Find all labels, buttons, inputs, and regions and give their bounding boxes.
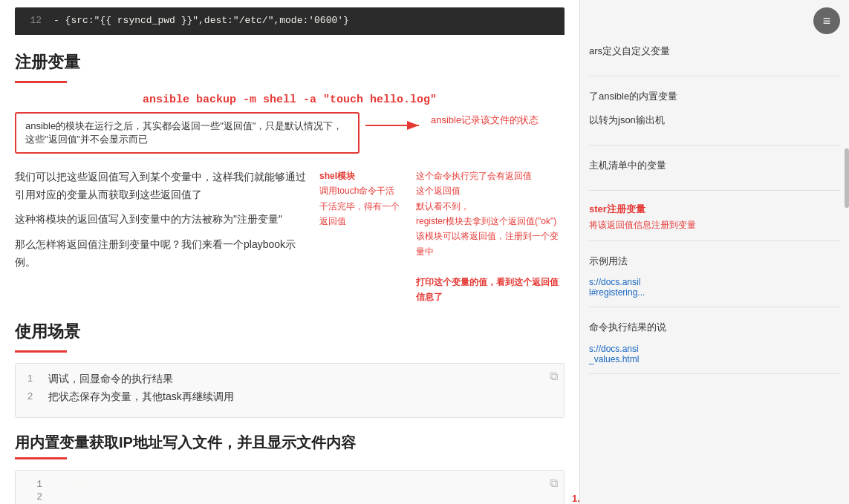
sidebar-section-2: 了ansible的内置变量 以转为json输出机 bbox=[589, 88, 840, 145]
sidebar-text-5: 示例用法 bbox=[589, 253, 840, 269]
shell-annotation-row: 我们可以把这些返回值写入到某个变量中，这样我们就能够通过引用对应的变量从而获取到… bbox=[15, 168, 565, 305]
line-num-1: 1 bbox=[25, 479, 42, 490]
shell-left-col: 我们可以把这些返回值写入到某个变量中，这样我们就能够通过引用对应的变量从而获取到… bbox=[15, 168, 312, 305]
code-line-12: 12 - {src:"{{ rsyncd_pwd }}",dest:"/etc/… bbox=[24, 13, 556, 29]
arrow-container bbox=[365, 112, 425, 133]
sidebar-text-2a: 了ansible的内置变量 bbox=[589, 88, 840, 105]
sidebar-s2-text2: 以转为json输出机 bbox=[589, 114, 665, 125]
line-num-2: 2 bbox=[25, 491, 42, 503]
sidebar-text-1: ars定义自定义变量 bbox=[589, 43, 840, 59]
right-ann-1: 这个命令执行完了会有返回值 bbox=[416, 168, 565, 183]
right-ann-4: register模块去拿到这个返回值("ok") bbox=[416, 214, 565, 229]
sidebar-s4-text1: ster注册变量 bbox=[589, 203, 645, 215]
command-text: ansible backup -m shell -a "touch hello.… bbox=[15, 94, 565, 106]
section3-underline bbox=[15, 457, 67, 459]
sidebar-link-3[interactable]: s://docs.ansi bbox=[589, 344, 840, 354]
right-sidebar: ≡ ars定义自定义变量 了ansible的内置变量 以转为json输出机 主机… bbox=[579, 0, 849, 504]
section2-underline bbox=[15, 350, 67, 353]
section2-title: 使用场景 bbox=[15, 321, 565, 343]
sidebar-s3-text: 主机清单中的变量 bbox=[589, 160, 666, 171]
code-text-2: tasks: bbox=[54, 491, 89, 503]
right-arrow-svg bbox=[365, 118, 425, 133]
sidebar-text-1-content: ars定义自定义变量 bbox=[589, 45, 670, 56]
usage-num-2: 2 bbox=[27, 390, 48, 402]
sidebar-section-4: ster注册变量 将该返回值信息注册到变量 bbox=[589, 203, 840, 241]
sidebar-link1-text: s://docs.ansil bbox=[589, 277, 640, 287]
sidebar-link3-text: s://docs.ansi bbox=[589, 344, 639, 354]
command-annotation-row: ansible backup -m shell -a "touch hello.… bbox=[15, 94, 565, 305]
circle-icon-row: ≡ bbox=[589, 7, 840, 37]
code-text-1: - hosts: nfs bbox=[54, 479, 124, 490]
sidebar-red-register: ster注册变量 bbox=[589, 203, 840, 216]
usage-item-2: 2 把状态保存为变量，其他task再继续调用 bbox=[27, 390, 552, 404]
circle-menu-icon[interactable]: ≡ bbox=[813, 7, 840, 34]
sidebar-link-4[interactable]: _values.html bbox=[589, 354, 840, 364]
code-content: - {src:"{{ rsyncd_pwd }}",dest:"/etc/",m… bbox=[53, 13, 349, 29]
usage-item-1: 1 调试，回显命令的执行结果 bbox=[27, 373, 552, 386]
sidebar-section-5: 示例用法 s://docs.ansil l#registering... bbox=[589, 253, 840, 307]
shell-desc2: 干活完毕，得有一个 bbox=[319, 199, 409, 214]
right-ann-5: 该模块可以将返回值，注册到一个变量中 bbox=[416, 229, 565, 259]
shell-label: shel模块 bbox=[319, 168, 409, 183]
shell-desc1: 调用touch命令干活 bbox=[319, 183, 409, 198]
sidebar-s2-text1: 了ansible的内置变量 bbox=[589, 91, 677, 102]
right-annotation: ansible记录该文件的状态 bbox=[431, 112, 565, 128]
body2: 这种将模块的返回值写入到变量中的方法被称为"注册变量" bbox=[15, 211, 312, 229]
sidebar-link2-text: l#registering... bbox=[589, 287, 645, 298]
section-zhuceibianliang: 注册变量 ansible backup -m shell -a "touch h… bbox=[15, 51, 565, 305]
scrollbar-thumb[interactable] bbox=[845, 148, 849, 208]
sidebar-s5-text: 示例用法 bbox=[589, 255, 628, 266]
section1-title: 注册变量 bbox=[15, 51, 565, 73]
copy-icon[interactable]: ⧉ bbox=[550, 370, 558, 383]
usage-list: ⧉ 1 调试，回显命令的执行结果 2 把状态保存为变量，其他task再继续调用 bbox=[15, 363, 565, 418]
sidebar-text-2b: 以转为json输出机 bbox=[589, 112, 840, 128]
section-neizhibianliang: 用内置变量获取IP地址写入文件，并且显示文件内容 ⧉ 1 - hosts: nf… bbox=[15, 433, 565, 504]
usage-text-1: 调试，回显命令的执行结果 bbox=[48, 373, 173, 386]
steps-annotation: 1. 模块执行结果，产生返回值 2. 通过register模块，将该返回值信息注… bbox=[572, 485, 579, 504]
right-annotation-block: 这个命令执行完了会有返回值 这个返回值 默认看不到， register模块去拿到… bbox=[416, 168, 565, 305]
top-code-block: 12 - {src:"{{ rsyncd_pwd }}",dest:"/etc/… bbox=[15, 7, 565, 35]
shell-module-annotation: shel模块 调用touch命令干活 干活完毕，得有一个 返回值 bbox=[319, 168, 409, 305]
arrow-row: ansible的模块在运行之后，其实都会返回一些"返回值"，只是默认情况下，这些… bbox=[15, 112, 565, 163]
sidebar-section-3: 主机清单中的变量 bbox=[589, 157, 840, 191]
body3: 那么怎样将返回值注册到变量中呢？我们来看一个playbook示例。 bbox=[15, 236, 312, 272]
section1-underline bbox=[15, 81, 67, 83]
section-shiyongchangjing: 使用场景 ⧉ 1 调试，回显命令的执行结果 2 把状态保存为变量，其他task再… bbox=[15, 321, 565, 418]
highlight-box: ansible的模块在运行之后，其实都会返回一些"返回值"，只是默认情况下，这些… bbox=[15, 112, 360, 154]
right-ann-6: 打印这个变量的值，看到这个返回值信息了 bbox=[416, 275, 565, 305]
right-ann-3: 默认看不到， bbox=[416, 199, 565, 214]
line-number: 12 bbox=[24, 13, 42, 29]
sidebar-link-1[interactable]: s://docs.ansil bbox=[589, 277, 840, 287]
usage-text-2: 把状态保存为变量，其他task再继续调用 bbox=[48, 390, 234, 404]
sidebar-link4-text: _values.html bbox=[589, 354, 639, 364]
sidebar-text-3: 主机清单中的变量 bbox=[589, 157, 840, 174]
sidebar-link-2[interactable]: l#registering... bbox=[589, 287, 840, 298]
code-block-container: ⧉ 1 - hosts: nfs 2 tasks: 3 - name: echo… bbox=[15, 470, 565, 504]
shell-desc3: 返回值 bbox=[319, 214, 409, 229]
sidebar-s6-text: 命令执行结果的说 bbox=[589, 321, 666, 333]
curved-arrow-svg bbox=[527, 470, 579, 504]
code-line-2: 2 tasks: bbox=[16, 491, 564, 503]
right-ann-2: 这个返回值 bbox=[416, 183, 565, 198]
left-annotation: ansible的模块在运行之后，其实都会返回一些"返回值"，只是默认情况下，这些… bbox=[15, 112, 360, 163]
highlight-text: ansible的模块在运行之后，其实都会返回一些"返回值"，只是默认情况下，这些… bbox=[25, 120, 342, 145]
usage-num-1: 1 bbox=[27, 373, 48, 384]
sidebar-text-6: 命令执行结果的说 bbox=[589, 319, 840, 336]
sidebar-red-register2: 将该返回值信息注册到变量 bbox=[589, 219, 840, 232]
code-line-1: 1 - hosts: nfs bbox=[16, 478, 564, 491]
cmd-arrow-label: ansible记录该文件的状态 bbox=[431, 112, 565, 128]
section3-title: 用内置变量获取IP地址写入文件，并且显示文件内容 bbox=[15, 433, 565, 453]
main-content: 12 - {src:"{{ rsyncd_pwd }}",dest:"/etc/… bbox=[0, 0, 579, 504]
sidebar-section-6: 命令执行结果的说 s://docs.ansi _values.html bbox=[589, 319, 840, 373]
body1: 我们可以把这些返回值写入到某个变量中，这样我们就能够通过引用对应的变量从而获取到… bbox=[15, 168, 312, 204]
sidebar-s4-text2: 将该返回值信息注册到变量 bbox=[589, 220, 696, 230]
section3-code-block: ⧉ 1 - hosts: nfs 2 tasks: 3 - name: echo… bbox=[15, 470, 565, 504]
sidebar-section-1: ars定义自定义变量 bbox=[589, 43, 840, 76]
